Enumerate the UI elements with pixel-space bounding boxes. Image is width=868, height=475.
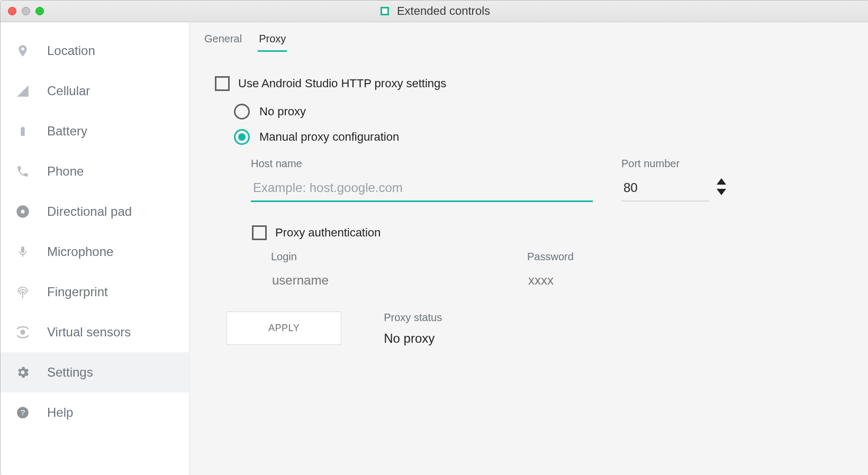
sidebar-item-label: Directional pad — [47, 204, 132, 219]
sidebar-item-label: Phone — [47, 164, 84, 179]
checkbox-box — [252, 225, 267, 240]
port-stepper — [717, 178, 726, 195]
host-port-row: Host name Port number — [251, 158, 849, 202]
sidebar-item-location[interactable]: Location — [1, 31, 189, 71]
mic-icon — [13, 242, 32, 261]
sidebar-item-battery[interactable]: Battery — [1, 111, 189, 151]
settings-icon — [13, 363, 32, 382]
radio-outer — [234, 104, 250, 120]
sidebar-item-label: Settings — [47, 365, 93, 380]
sidebar-item-label: Help — [47, 405, 73, 420]
zoom-window-button[interactable] — [35, 7, 44, 15]
login-input[interactable] — [271, 272, 464, 288]
svg-point-3 — [21, 210, 25, 214]
svg-text:?: ? — [21, 408, 25, 417]
proxy-status-label: Proxy status — [384, 312, 442, 324]
port-step-up[interactable] — [717, 178, 726, 185]
titlebar: Extended controls — [1, 1, 868, 22]
port-input[interactable] — [621, 177, 709, 202]
sidebar-item-help[interactable]: ? Help — [1, 392, 189, 433]
sidebar-item-settings[interactable]: Settings — [1, 352, 189, 392]
radio-label: Manual proxy configuration — [259, 130, 399, 144]
use-as-http-proxy-checkbox[interactable]: Use Android Studio HTTP proxy settings — [215, 76, 849, 91]
password-label: Password — [527, 251, 667, 263]
battery-icon — [13, 122, 32, 141]
phone-icon — [13, 162, 32, 181]
sensors-icon — [13, 323, 32, 342]
sidebar-item-cellular[interactable]: Cellular — [1, 71, 189, 111]
sidebar-item-microphone[interactable]: Microphone — [1, 232, 189, 272]
checkbox-label: Proxy authentication — [275, 226, 381, 240]
body: Location Cellular Battery Phone — [1, 22, 868, 475]
checkbox-box — [215, 76, 230, 91]
radio-manual-proxy[interactable]: Manual proxy configuration — [234, 129, 849, 145]
host-label: Host name — [251, 158, 600, 170]
window-title-container: Extended controls — [379, 4, 490, 18]
login-label: Login — [271, 251, 464, 263]
close-window-button[interactable] — [8, 7, 16, 15]
sidebar-item-label: Virtual sensors — [47, 325, 131, 340]
main: General Proxy Use Android Studio HTTP pr… — [189, 22, 868, 475]
port-label: Port number — [621, 158, 726, 170]
sidebar-item-label: Cellular — [47, 84, 90, 98]
password-input[interactable] — [527, 272, 667, 288]
tab-general[interactable]: General — [203, 33, 243, 52]
port-field-group: Port number — [621, 158, 726, 202]
password-field-group: Password — [527, 251, 667, 288]
sidebar-item-label: Battery — [47, 124, 87, 139]
auth-fields: Login Password — [271, 251, 849, 288]
host-field-group: Host name — [251, 158, 600, 202]
port-number-wrap — [621, 177, 726, 202]
radio-label: No proxy — [259, 105, 306, 118]
login-field-group: Login — [271, 251, 464, 288]
proxy-form: Use Android Studio HTTP proxy settings N… — [215, 76, 849, 346]
cellular-icon — [13, 81, 32, 101]
location-icon — [13, 41, 32, 60]
host-input[interactable] — [251, 177, 593, 202]
radio-inner — [238, 133, 246, 141]
sidebar-item-label: Microphone — [47, 244, 113, 259]
sidebar-item-fingerprint[interactable]: Fingerprint — [1, 272, 189, 312]
fingerprint-icon — [13, 282, 32, 302]
apply-row: APPLY Proxy status No proxy — [227, 312, 849, 346]
checkbox-label: Use Android Studio HTTP proxy settings — [238, 77, 446, 90]
sidebar: Location Cellular Battery Phone — [1, 22, 189, 475]
radio-no-proxy[interactable]: No proxy — [234, 104, 849, 120]
tabs: General Proxy — [203, 33, 849, 52]
apply-button[interactable]: APPLY — [227, 312, 341, 345]
sidebar-item-dpad[interactable]: Directional pad — [1, 191, 189, 232]
help-icon: ? — [13, 403, 32, 422]
window-controls — [8, 7, 44, 15]
tab-proxy[interactable]: Proxy — [258, 33, 287, 52]
proxy-auth-checkbox[interactable]: Proxy authentication — [252, 225, 849, 240]
sidebar-item-label: Fingerprint — [47, 285, 108, 299]
proxy-auth-group: Proxy authentication Login Password — [252, 225, 849, 288]
window: Extended controls Location Cellular — [0, 0, 868, 475]
proxy-mode-radios: No proxy Manual proxy configuration — [234, 104, 849, 145]
port-step-down[interactable] — [717, 189, 726, 195]
proxy-status-group: Proxy status No proxy — [384, 312, 442, 346]
window-title: Extended controls — [397, 4, 490, 18]
sidebar-item-sensors[interactable]: Virtual sensors — [1, 312, 189, 352]
radio-outer — [234, 129, 250, 145]
minimize-window-button[interactable] — [22, 7, 30, 15]
proxy-status-value: No proxy — [384, 331, 442, 346]
sidebar-item-phone[interactable]: Phone — [1, 151, 189, 191]
dpad-icon — [13, 202, 32, 221]
app-icon — [379, 5, 391, 17]
sidebar-item-label: Location — [47, 43, 95, 58]
svg-point-4 — [21, 331, 25, 334]
svg-rect-1 — [382, 8, 387, 14]
